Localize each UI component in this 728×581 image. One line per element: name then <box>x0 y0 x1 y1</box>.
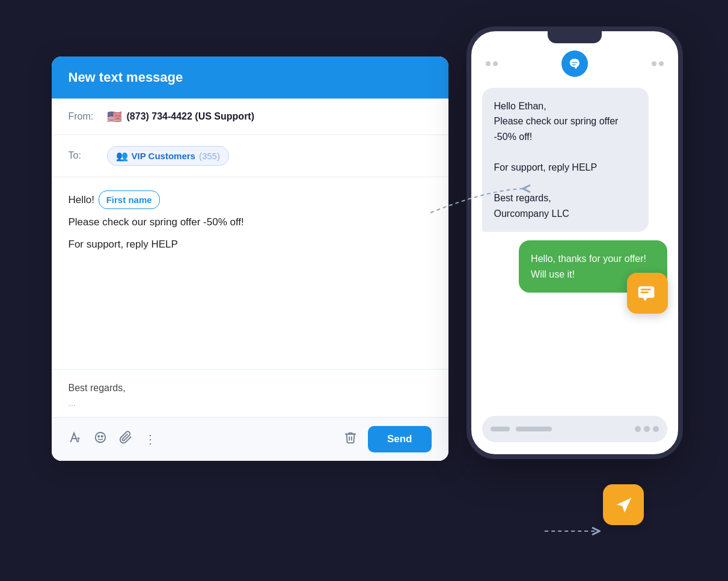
signal-dot-1 <box>486 61 491 66</box>
group-icon: 👥 <box>116 150 128 162</box>
send-button[interactable]: Send <box>368 426 432 452</box>
battery-dot-1 <box>652 61 656 66</box>
font-format-icon[interactable] <box>69 431 82 447</box>
phone-input-dot-1 <box>491 427 510 431</box>
svg-rect-6 <box>640 291 648 293</box>
phone-status-right <box>652 61 664 66</box>
signal-dot-2 <box>493 61 498 66</box>
received-line4: For support, reply HELP <box>494 162 598 172</box>
signature-ellipsis: ... <box>69 398 432 408</box>
received-bubble-text: Hello Ethan, Please check our spring off… <box>494 99 637 222</box>
phone-dot-sm-2 <box>644 426 650 432</box>
phone-app-icon <box>561 50 588 77</box>
to-group-count: (355) <box>199 151 220 161</box>
from-row: From: 🇺🇸 (873) 734-4422 (US Support) <box>52 99 448 135</box>
flag-icon: 🇺🇸 <box>107 109 122 124</box>
first-name-chip[interactable]: First name <box>99 190 160 210</box>
emoji-icon-svg <box>94 431 107 444</box>
compose-title: New text message <box>69 70 183 85</box>
compose-toolbar: ⋮ Send <box>52 418 448 461</box>
message-greeting: Hello! First name <box>69 190 432 210</box>
message-body-line2: For support, reply HELP <box>69 236 432 254</box>
compose-body: From: 🇺🇸 (873) 734-4422 (US Support) To:… <box>52 99 448 461</box>
hello-text: Hello! <box>69 194 94 205</box>
received-line7: Ourcompany LLC <box>494 208 569 219</box>
trash-icon-svg <box>344 431 357 444</box>
to-group-name: VIP Customers <box>132 151 195 161</box>
chat-badge <box>627 273 668 314</box>
svg-rect-5 <box>640 288 650 290</box>
phone-input-dots-right <box>635 426 659 432</box>
compose-panel: New text message From: 🇺🇸 (873) 734-4422… <box>52 56 448 461</box>
compose-header: New text message <box>52 56 448 99</box>
phone-body: Hello Ethan, Please check our spring off… <box>471 82 678 299</box>
battery-dot-2 <box>659 61 664 66</box>
from-value: 🇺🇸 (873) 734-4422 (US Support) <box>107 109 255 124</box>
font-icon-svg <box>69 431 82 444</box>
phone-dot-sm-1 <box>635 426 641 432</box>
phone-input-bar[interactable] <box>482 416 667 442</box>
to-row: To: 👥 VIP Customers (355) <box>52 135 448 177</box>
toolbar-icons: ⋮ <box>69 431 344 447</box>
toolbar-right: Send <box>344 426 432 452</box>
attach-icon-svg <box>119 431 132 444</box>
phone-mockup: Hello Ethan, Please check our spring off… <box>466 26 683 459</box>
svg-point-0 <box>95 433 105 443</box>
received-line1: Hello Ethan, <box>494 101 546 111</box>
from-number: (873) 734-4422 (US Support) <box>127 111 255 122</box>
emoji-icon[interactable] <box>94 431 107 447</box>
phone-header <box>471 43 678 82</box>
to-chip[interactable]: 👥 VIP Customers (355) <box>107 146 229 166</box>
received-bubble: Hello Ethan, Please check our spring off… <box>482 88 649 233</box>
from-label: From: <box>69 111 99 122</box>
phone-status-left <box>486 61 498 66</box>
phone-input-content <box>491 427 635 431</box>
svg-rect-4 <box>638 294 654 297</box>
to-label: To: <box>69 150 99 161</box>
phone-notch <box>548 31 602 43</box>
message-body-line1: Please check our spring offer -50% off! <box>69 214 432 231</box>
received-line2: Please check our spring offer -50% off! <box>494 116 619 142</box>
signature-area[interactable]: Best regards, ... <box>52 370 448 418</box>
phone-dot-sm-3 <box>653 426 659 432</box>
delete-icon[interactable] <box>344 431 357 447</box>
attach-icon[interactable] <box>119 431 132 447</box>
send-badge <box>603 484 644 525</box>
more-options-icon[interactable]: ⋮ <box>144 432 158 446</box>
send-badge-icon <box>612 493 635 516</box>
received-line6: Best regards, <box>494 193 551 203</box>
signature-text: Best regards, <box>69 380 432 396</box>
svg-point-1 <box>98 436 99 437</box>
phone-input-dot-2 <box>516 427 552 431</box>
chat-badge-icon <box>636 282 659 305</box>
message-area[interactable]: Hello! First name Please check our sprin… <box>52 177 448 370</box>
phone-app-icon-svg <box>568 57 581 70</box>
svg-point-2 <box>101 436 102 437</box>
